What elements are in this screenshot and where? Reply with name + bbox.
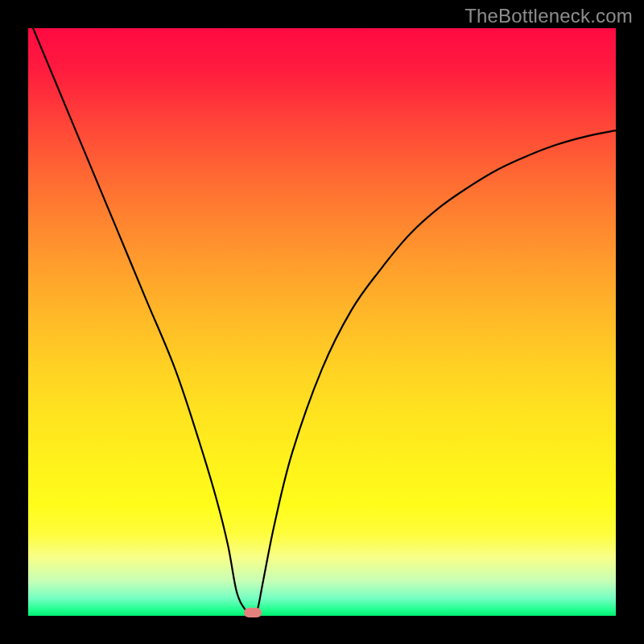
minimum-marker (244, 608, 262, 617)
watermark-text: TheBottleneck.com (464, 5, 633, 27)
chart-plot-area (28, 28, 616, 616)
curve-path (28, 28, 616, 613)
bottleneck-curve (28, 28, 616, 616)
